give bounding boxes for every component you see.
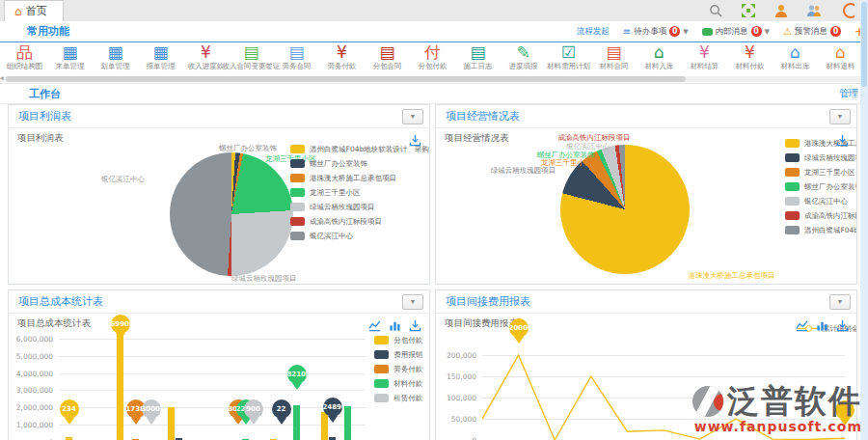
legend-item[interactable]: 龙湖三千里小区 [290, 185, 430, 200]
line-chart-icon[interactable] [796, 317, 808, 330]
download-icon[interactable] [409, 317, 421, 330]
workspace-manage-link[interactable]: 管理 [839, 87, 858, 100]
legend-item[interactable]: 绿城云栖玫瑰园项目 [785, 151, 857, 165]
toolbar-item-14[interactable]: ▤材料合同 [591, 42, 637, 75]
toolbar-item-label: 材料结算 [691, 62, 719, 71]
panel-project-profit: 项目利润表 ▼ 项目利润表 温州白鹭城F04b地块软装设计、采购与布展工程螺丝厂… [8, 104, 430, 285]
legend-swatch [290, 188, 305, 197]
toolbar-scrollbar-thumb[interactable] [6, 76, 686, 82]
bar[interactable] [344, 406, 351, 440]
pie-chart[interactable] [170, 152, 293, 276]
toolbar-item-19[interactable]: ⌂材料退料 [818, 42, 863, 75]
legend-item[interactable]: 分包付款 [374, 333, 422, 347]
legend-item[interactable]: 成渝高铁内江标段项目 [785, 208, 857, 223]
tab-home[interactable]: ⌂ 首页 [4, 0, 64, 21]
line-series[interactable] [436, 314, 856, 440]
legend-item[interactable]: 银亿滨江中心 [785, 194, 857, 208]
toolbar-item-1[interactable]: 品组织结构图 [2, 42, 47, 75]
panel-dropdown-button[interactable]: ▼ [402, 294, 423, 310]
toolbar-item-label: 材料退料 [827, 62, 855, 71]
bar-chart-icon[interactable] [389, 317, 401, 330]
balloon-tail [131, 418, 141, 425]
bar[interactable] [293, 405, 300, 440]
contract-doc-icon: ▤ [243, 42, 258, 62]
toolbar-item-13[interactable]: ☑材料需用计划 [546, 42, 591, 75]
legend-item[interactable]: 成渝高铁内江标段项目 [290, 214, 430, 229]
home-icon: ⌂ [14, 6, 22, 17]
toolbar-item-4[interactable]: ▦报单管理 [138, 42, 183, 75]
legend-item[interactable]: 龙湖三千里小区 [785, 165, 857, 179]
page-scrollbar-thumb[interactable] [861, 2, 867, 87]
toolbar-item-label: 收入进度款 [188, 62, 225, 71]
legend-label: 分包付款 [393, 336, 422, 345]
legend-label: 温州白鹭城F04b地块软装设计、采购与布展工程 [804, 226, 857, 235]
worker-icon[interactable] [773, 3, 789, 18]
expand-icon[interactable] [741, 3, 756, 18]
toolbar-item-label: 劳务付款 [328, 62, 357, 71]
warning-icon: ⚠ [783, 27, 792, 37]
panel-body: 项目利润表 温州白鹭城F04b地块软装设计、采购与布展工程螺丝厂办公室装饰港珠澳… [9, 128, 429, 284]
legend-item[interactable]: 螺丝厂办公室装饰 [785, 179, 857, 194]
bar[interactable] [168, 407, 175, 440]
scroll-left-icon[interactable]: ◂ [0, 74, 4, 82]
data-balloon: 173810 [126, 399, 146, 425]
chart-tools [836, 132, 849, 145]
internal-message-item[interactable]: 内部消息 0 ▼ [702, 26, 770, 38]
toolbar-item-16[interactable]: ¥材料结算 [682, 42, 727, 75]
panel-body: 项目间接费用报表 200,000150,000100,00050,0000200… [436, 314, 856, 440]
legend-swatch [785, 211, 800, 220]
data-balloon: 22 [272, 399, 291, 425]
download-icon[interactable] [409, 132, 421, 145]
chevron-down-icon[interactable]: ▼ [683, 28, 688, 36]
download-icon[interactable] [836, 317, 849, 330]
bar-chart-icon[interactable] [816, 317, 828, 330]
legend-label: 绿城云栖玫瑰园项目 [804, 153, 857, 163]
balloon-value: 821000 [287, 365, 307, 384]
line-chart-icon[interactable] [368, 317, 381, 330]
legend-item[interactable]: 螺丝厂办公室装饰 [290, 156, 430, 171]
org-chart-icon: 品 [16, 42, 33, 62]
toolbar-item-18[interactable]: ⌂材料出库 [773, 42, 818, 75]
toolbar-scrollbar[interactable]: ◂ [0, 76, 860, 82]
search-icon[interactable] [708, 3, 723, 18]
toolbar-item-3[interactable]: ▦划单管理 [93, 42, 138, 75]
legend-label: 绿城云栖玫瑰园项目 [310, 203, 375, 212]
panel-dropdown-button[interactable]: ▼ [402, 109, 423, 124]
bar[interactable] [117, 321, 123, 440]
legend-item[interactable]: 港珠澳大桥施工总承包项目 [290, 171, 430, 185]
legend-item[interactable]: 费用报销 [374, 347, 422, 362]
users-icon[interactable] [806, 3, 822, 18]
toolbar-item-15[interactable]: ⌂材料入库 [637, 42, 682, 75]
chart-tools [409, 132, 421, 145]
toolbar-item-2[interactable]: ▦来单管理 [47, 42, 93, 75]
legend-item[interactable]: 租赁付款 [374, 391, 422, 405]
toolbar-item-6[interactable]: ▤收入合同变更签证 [229, 42, 274, 75]
toolbar-item-12[interactable]: ✎进度填报 [501, 42, 546, 75]
legend-item[interactable]: 绿城云栖玫瑰园项目 [290, 200, 430, 214]
chevron-down-icon[interactable]: ▼ [765, 28, 770, 36]
toolbar-item-11[interactable]: ▤施工日志 [455, 42, 501, 75]
partial-icon[interactable] [839, 3, 854, 18]
download-icon[interactable] [836, 132, 849, 145]
balloon-value: 80220 [229, 399, 248, 419]
balloon-tail [292, 383, 302, 390]
legend-item[interactable]: 银亿滨江中心 [290, 229, 430, 243]
process-start-link[interactable]: 流程发起 [577, 26, 610, 38]
toolbar-item-8[interactable]: ¥劳务付款 [319, 42, 365, 75]
page-scrollbar[interactable] [860, 0, 868, 440]
legend-item[interactable]: 材料付款 [374, 376, 422, 391]
todo-item[interactable]: ≡ 待办事项 0 ▼ [623, 26, 689, 38]
bar[interactable] [321, 412, 328, 440]
toolbar-item-10[interactable]: 付分包付款 [410, 42, 455, 75]
toolbar-item-7[interactable]: ▤劳务合同 [274, 42, 319, 75]
toolbar-item-9[interactable]: ▤分包合同 [365, 42, 410, 75]
panel-dropdown-button[interactable]: ▼ [829, 294, 851, 310]
panel-dropdown-button[interactable]: ▼ [829, 109, 851, 124]
legend-item[interactable]: 劳务付款 [374, 362, 422, 376]
alert-message-item[interactable]: ⚠ 预警消息 0 [783, 26, 841, 38]
toolbar-item-17[interactable]: ¥材料付款 [727, 42, 773, 75]
legend-swatch [374, 336, 389, 344]
panel-body: 项目总成本统计表 6,000,0005,000,0004,000,0003,00… [9, 314, 429, 440]
balloon-tail [147, 418, 156, 425]
legend-item[interactable]: 温州白鹭城F04b地块软装设计、采购与布展工程 [785, 223, 857, 237]
